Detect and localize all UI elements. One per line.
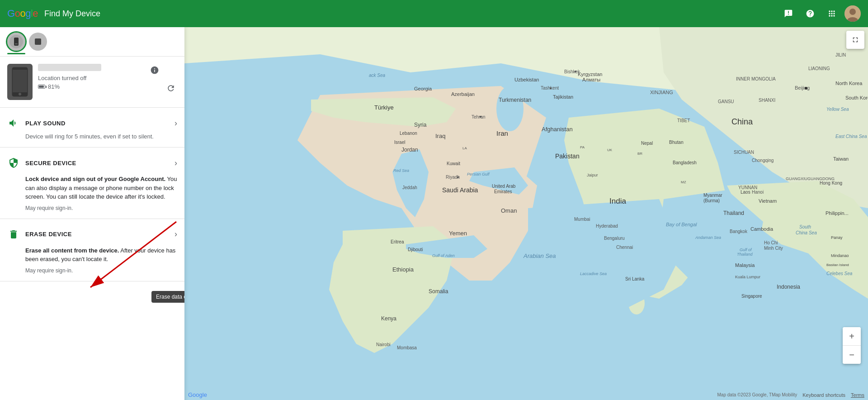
device-tab-1[interactable] <box>7 33 25 51</box>
svg-text:MZ: MZ <box>681 180 686 184</box>
svg-text:LA: LA <box>462 146 467 150</box>
svg-text:Türkiye: Türkiye <box>374 104 394 111</box>
sidebar: Location turned off 81% <box>0 27 184 400</box>
erase-tooltip: Erase data on this device <box>151 291 184 303</box>
device-tab-2[interactable] <box>29 33 47 51</box>
secure-device-description: Lock device and sign out of your Google … <box>7 175 177 201</box>
svg-text:Vietnam: Vietnam <box>759 198 777 204</box>
refresh-button[interactable] <box>163 80 179 96</box>
secure-device-header-left: SECURE DEVICE <box>7 157 76 169</box>
map-keyboard-shortcuts[interactable]: Keyboard shortcuts <box>802 392 845 398</box>
svg-text:Hong Kong: Hong Kong <box>820 181 842 186</box>
device-battery: 81% <box>38 83 177 90</box>
svg-text:Bangladesh: Bangladesh <box>673 160 697 165</box>
svg-text:Laccadive Sea: Laccadive Sea <box>580 271 607 276</box>
svg-rect-9 <box>13 70 27 92</box>
svg-text:Yellow Sea: Yellow Sea <box>826 107 849 112</box>
svg-text:Uzbekistan: Uzbekistan <box>514 77 539 82</box>
map-terms-link[interactable]: Terms <box>851 392 864 398</box>
device-tabs <box>0 27 184 57</box>
svg-text:Laos: Laos <box>741 190 750 195</box>
svg-text:Kuwait: Kuwait <box>447 161 460 166</box>
svg-text:Cambodia: Cambodia <box>750 226 774 232</box>
info-button[interactable] <box>146 62 163 78</box>
map-background: Georgia Azerbaijan Uzbekistan Bishkek Ал… <box>184 27 868 400</box>
svg-text:North Korea: North Korea <box>835 81 863 86</box>
svg-text:Hanoi: Hanoi <box>752 190 764 195</box>
svg-text:(Burma): (Burma) <box>703 198 720 203</box>
svg-text:Minh City: Minh City <box>764 246 783 251</box>
play-sound-header[interactable]: PLAY SOUND › <box>7 115 177 131</box>
secure-device-header[interactable]: SECURE DEVICE › <box>7 155 177 171</box>
svg-rect-4 <box>14 38 19 46</box>
svg-text:Kenya: Kenya <box>381 315 396 322</box>
svg-text:Yemen: Yemen <box>449 230 467 237</box>
secure-device-description-bold: Lock device and sign out of your Google … <box>25 176 165 182</box>
device-info: Location turned off 81% <box>0 57 184 108</box>
erase-device-icon <box>7 228 20 241</box>
svg-text:India: India <box>609 197 626 205</box>
svg-text:XINJIANG: XINJIANG <box>650 90 673 95</box>
svg-text:Thailand: Thailand <box>723 210 744 216</box>
svg-text:JILIN: JILIN <box>835 52 846 57</box>
svg-text:Sri Lanka: Sri Lanka <box>625 276 645 281</box>
secure-device-note: May require sign-in. <box>7 205 177 211</box>
map-footer-left: Google <box>188 391 207 398</box>
svg-text:Jordan: Jordan <box>401 147 418 153</box>
play-sound-chevron: › <box>175 119 177 128</box>
svg-text:South Korea: South Korea <box>845 95 868 100</box>
svg-text:Arabian Sea: Arabian Sea <box>523 252 556 259</box>
google-map-logo: Google <box>188 391 207 398</box>
svg-text:Andaman Sea: Andaman Sea <box>695 235 721 240</box>
svg-text:Basilan Island: Basilan Island <box>826 263 849 267</box>
svg-text:South: South <box>799 224 811 229</box>
svg-text:Djibouti: Djibouti <box>408 247 423 252</box>
svg-text:Mindanao: Mindanao <box>831 253 849 258</box>
zoom-in-button[interactable]: + <box>843 327 861 345</box>
svg-text:Azerbaijan: Azerbaijan <box>451 91 475 97</box>
help-button[interactable] <box>801 5 819 23</box>
svg-text:Beijing: Beijing <box>795 85 810 90</box>
erase-device-header[interactable]: ERASE DEVICE › <box>7 226 177 243</box>
svg-text:Panay: Panay <box>831 235 843 240</box>
svg-text:Bengaluru: Bengaluru <box>604 236 625 241</box>
product-name: Find My Device <box>44 9 100 19</box>
svg-text:Mumbai: Mumbai <box>574 217 590 222</box>
svg-text:Celebes Sea: Celebes Sea <box>826 271 853 276</box>
svg-rect-7 <box>35 38 41 45</box>
map-container[interactable]: Georgia Azerbaijan Uzbekistan Bishkek Ал… <box>184 27 868 400</box>
feedback-button[interactable] <box>779 5 797 23</box>
svg-point-15 <box>496 86 524 131</box>
svg-text:Israel: Israel <box>394 140 405 145</box>
secure-device-icon <box>7 157 20 169</box>
erase-device-note: May require sign-in. <box>7 267 177 274</box>
app-header: Google Find My Device <box>0 0 868 27</box>
svg-text:Red Sea: Red Sea <box>393 168 409 173</box>
google-wordmark: Google <box>7 8 38 19</box>
svg-text:GANSU: GANSU <box>718 99 734 104</box>
svg-text:Persian Gulf: Persian Gulf <box>467 172 490 176</box>
header-logo: Google Find My Device <box>7 8 779 19</box>
secure-device-section: SECURE DEVICE › Lock device and sign out… <box>0 148 184 219</box>
zoom-out-button[interactable]: − <box>843 346 861 364</box>
svg-text:BR: BR <box>637 152 642 156</box>
svg-text:Bangkok: Bangkok <box>730 229 748 234</box>
fullscreen-button[interactable] <box>846 31 864 49</box>
svg-text:Singapore: Singapore <box>741 294 762 299</box>
svg-text:Taiwan: Taiwan <box>833 156 849 162</box>
erase-device-chevron: › <box>175 229 177 239</box>
apps-button[interactable] <box>823 5 841 23</box>
play-sound-header-left: PLAY SOUND <box>7 117 66 129</box>
play-sound-title: PLAY SOUND <box>25 120 66 127</box>
map-footer: Google Map data ©2023 Google, TMap Mobil… <box>184 390 868 400</box>
avatar[interactable] <box>844 5 861 22</box>
svg-text:Malaysia: Malaysia <box>735 262 755 268</box>
secure-device-title: SECURE DEVICE <box>25 160 76 167</box>
svg-text:Emirates: Emirates <box>494 189 512 194</box>
svg-text:Afghanistan: Afghanistan <box>542 126 573 133</box>
svg-text:East China Sea: East China Sea <box>835 134 867 139</box>
svg-point-24 <box>550 87 552 89</box>
svg-text:Thailand: Thailand <box>737 252 753 257</box>
svg-text:Алматы: Алматы <box>582 77 600 82</box>
svg-text:United Arab: United Arab <box>492 184 516 189</box>
